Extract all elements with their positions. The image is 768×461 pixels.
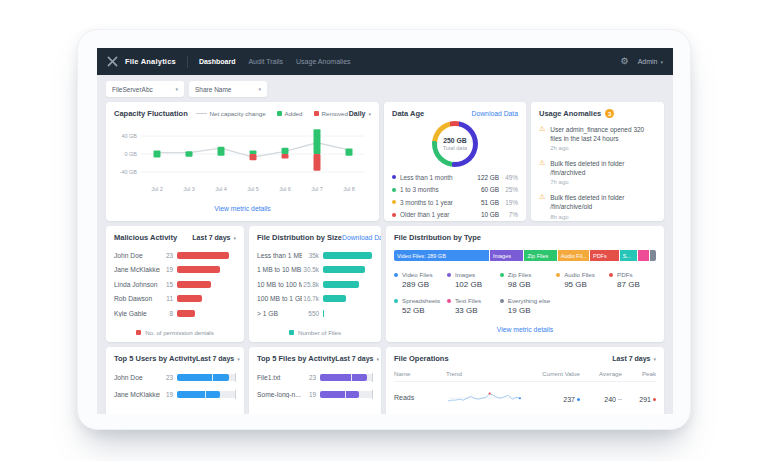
download-data-link[interactable]: Download Data [342,234,381,241]
nav-tab-audit-trails[interactable]: Audit Trails [248,58,283,65]
legend-removed-label: Removed [322,110,348,117]
legend-value: 10 GB [473,211,499,218]
chevron-down-icon: ▾ [368,111,371,117]
stacked-segment-label: Images [493,253,511,259]
legend-label: Spreadsheets [402,297,440,304]
col-current: Current Value [522,370,580,377]
bar-tick [345,391,346,398]
bar-value: 550 [302,310,319,317]
malicious-period-dropdown[interactable]: Last 7 days ▾ [192,234,236,241]
data-age-legend-row: Older than 1 year10 GB7% [392,209,518,222]
bar-label: Less than 1 MB [257,252,302,259]
legend-label: Images [455,271,475,278]
type-legend-item: Audio Files95 GB [556,271,603,289]
bar-row: 10 MB to 100 MB25.8k [257,277,373,292]
bar-fill [177,295,202,302]
anomaly-count-badge: 3 [605,109,614,118]
anomaly-text: Bulk files deleted in folder /fin/archiv… [550,159,656,177]
anomaly-item[interactable]: ⚠User admin_finance opened 320 files in … [539,125,656,151]
malicious-activity-card: Malicious Activity Last 7 days ▾ John Do… [106,226,244,342]
anomaly-text: Bulk files deleted in folder /fin/archiv… [550,193,656,211]
bar-fill [177,252,229,259]
donut-total-label: Total data [443,145,467,151]
card-title: File Distribution by Size [257,233,342,242]
bar-end-tick [235,373,236,382]
nav-tab-usage-anomalies[interactable]: Usage Anomalies [296,58,350,65]
bar-row: > 1 GB550 [257,306,373,321]
anomaly-item[interactable]: ⚠Bulk files deleted in folder /fin/archi… [539,193,656,219]
bar-area [323,310,373,317]
bar-row: 100 MB to 1 GB16.7k [257,292,373,307]
legend-dot-icon [556,273,560,277]
chevron-down-icon: ▾ [237,356,240,362]
legend-percent: 7% [499,211,518,218]
stacked-segment-label: S... [623,253,631,259]
bar-label: Linda Johnson [114,281,160,288]
legend-value: 98 GB [500,280,550,289]
bar-value: 19 [160,391,173,398]
stacked-segment-label: PDFs [593,253,607,259]
bar-row: Kyle Gable8 [114,306,236,321]
gear-icon[interactable]: ⚙ [621,57,629,66]
top-nav-bar: File Analytics DashboardAudit TrailsUsag… [97,48,673,75]
file-server-select-value: FileServerAbc [112,86,153,93]
legend-dot-icon [392,200,396,204]
anomaly-list: ⚠User admin_finance opened 320 files in … [539,125,656,220]
capacity-period-dropdown[interactable]: Daily ▾ [349,110,371,117]
svg-text:Jul 5: Jul 5 [247,186,259,192]
download-data-link[interactable]: Download Data [472,110,518,117]
legend-value: 102 GB [447,280,494,289]
bar-end-tick [372,373,373,382]
legend-percent: 19% [499,199,518,206]
stacked-segment: Zip Files [524,250,556,261]
card-title: File Distribution by Type [394,233,481,242]
legend-label: Video Files [402,271,433,278]
trend-sparkline [446,389,522,405]
file-ops-column-headers: Name Trend Current Value Average Peak [394,363,656,382]
file-ops-row: Reads 237 240 291 [394,382,656,406]
chevron-down-icon: ▾ [653,356,656,362]
anomaly-item[interactable]: ⚠Bulk files deleted in folder /fin/archi… [539,159,656,185]
red-dot-icon [653,398,656,401]
warning-icon: ⚠ [539,193,545,219]
share-name-select[interactable]: Share Name ▾ [189,81,267,97]
added-swatch [277,111,282,116]
stacked-segment: PDFs [590,250,619,261]
bar-area [177,266,236,273]
bar-area [177,391,236,398]
type-legend-top: Video Files [394,271,441,278]
bar-row: John Doe23 [114,248,236,263]
file-ops-period-dropdown[interactable]: Last 7 days ▾ [612,355,656,362]
view-metric-details-link[interactable]: View metric details [497,326,554,333]
nav-tab-dashboard[interactable]: Dashboard [199,58,236,65]
admin-menu[interactable]: Admin ▾ [638,58,663,65]
bar-area [177,310,236,317]
bar-label: 10 MB to 100 MB [257,281,302,288]
legend-value: 87 GB [609,280,656,289]
bar-area [177,374,236,381]
size-legend: Number of Files [249,329,381,336]
top-files-period-dropdown[interactable]: Last 7 days ▾ [335,355,379,362]
legend-dot-icon [394,273,398,277]
nav-divider [187,56,188,68]
legend-label: PDFs [617,271,632,278]
bar-fill [320,391,359,398]
ops-average-value: 240 [580,396,622,403]
bar-row: 1 MB to 10 MB30.5k [257,263,373,278]
bar-value: 8 [160,310,173,317]
legend-value: 289 GB [394,280,441,289]
svg-text:40 GB: 40 GB [121,133,137,139]
view-metric-details-link[interactable]: View metric details [214,205,271,212]
legend-dot-icon [500,273,504,277]
file-server-select[interactable]: FileServerAbc ▾ [106,81,184,97]
net-line-swatch [196,113,207,114]
col-name: Name [394,370,446,377]
legend-value: 52 GB [394,306,441,315]
bar-label: Some-long-n... [257,391,303,398]
topbar-right: ⚙ Admin ▾ [621,57,663,66]
warning-icon: ⚠ [539,159,545,185]
bar-area [177,295,236,302]
nav-tabs: DashboardAudit TrailsUsage Anomalies [199,58,351,65]
top-users-period-dropdown[interactable]: Last 7 days ▾ [196,355,240,362]
card-title: Usage Anomalies [539,109,601,118]
